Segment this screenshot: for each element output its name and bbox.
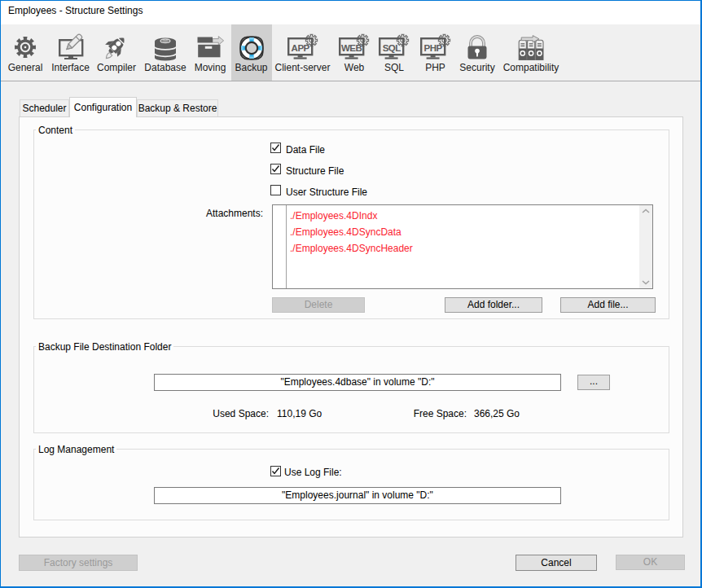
svg-text:SQL: SQL <box>383 43 401 53</box>
svg-text:WEB: WEB <box>341 43 362 53</box>
svg-text:PHP: PHP <box>423 43 442 53</box>
svg-text:APP: APP <box>291 43 309 53</box>
